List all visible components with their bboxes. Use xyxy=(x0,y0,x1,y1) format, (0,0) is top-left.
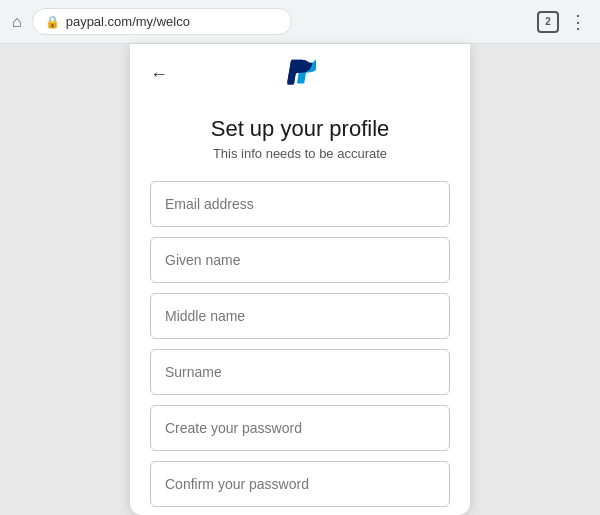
lock-icon: 🔒 xyxy=(45,15,60,29)
browser-actions: 2 ⋮ xyxy=(537,11,588,33)
page-nav: ← xyxy=(150,44,450,100)
given-name-field[interactable] xyxy=(150,237,450,283)
tab-count-icon[interactable]: 2 xyxy=(537,11,559,33)
address-bar[interactable]: 🔒 paypal.com/my/welco xyxy=(32,8,292,35)
form-container xyxy=(150,181,450,507)
confirm-password-field[interactable] xyxy=(150,461,450,507)
email-field[interactable] xyxy=(150,181,450,227)
page-title: Set up your profile xyxy=(211,116,390,142)
home-icon[interactable]: ⌂ xyxy=(12,13,22,31)
create-password-field[interactable] xyxy=(150,405,450,451)
paypal-logo xyxy=(284,58,316,90)
more-menu-icon[interactable]: ⋮ xyxy=(569,11,588,33)
page-subtitle: This info needs to be accurate xyxy=(213,146,387,161)
page-content: ← Set up your profile This info needs to… xyxy=(130,44,470,515)
address-text: paypal.com/my/welco xyxy=(66,14,190,29)
paypal-p-icon xyxy=(284,58,316,90)
middle-name-field[interactable] xyxy=(150,293,450,339)
surname-field[interactable] xyxy=(150,349,450,395)
back-button[interactable]: ← xyxy=(150,64,168,85)
browser-bar: ⌂ 🔒 paypal.com/my/welco 2 ⋮ xyxy=(0,0,600,44)
